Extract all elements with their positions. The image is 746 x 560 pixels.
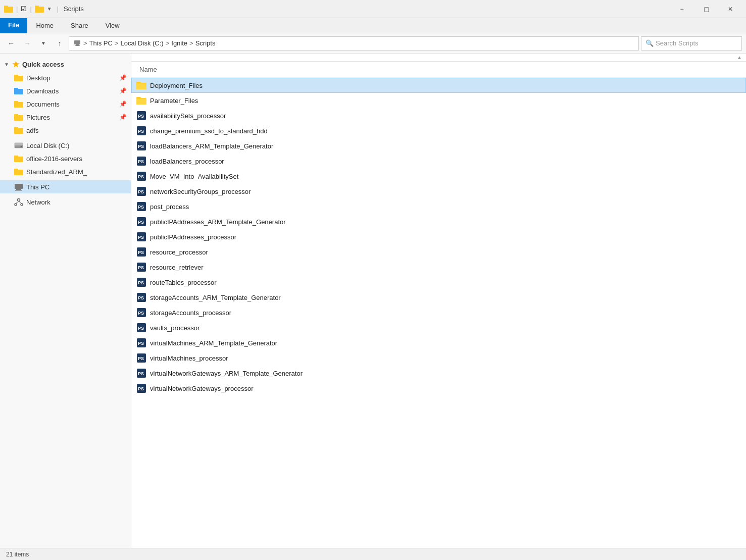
table-row[interactable]: PS storageAccounts_processor [131, 305, 746, 320]
table-row[interactable]: PS loadBalancers_ARM_Template_Generator [131, 138, 746, 154]
up-button[interactable]: ↑ [53, 36, 67, 50]
title-bar: | ☑ | ▼ | Scripts − ▢ ✕ [0, 0, 746, 18]
sidebar-item-desktop[interactable]: Desktop 📌 [0, 71, 131, 84]
maximize-button[interactable]: ▢ [694, 1, 718, 17]
tab-home[interactable]: Home [27, 18, 62, 33]
svg-rect-3 [35, 6, 39, 8]
office-folder-icon [14, 154, 23, 163]
minimize-button[interactable]: − [670, 1, 693, 17]
sidebar-item-pictures[interactable]: Pictures 📌 [0, 111, 131, 124]
downloads-folder-icon [14, 86, 23, 95]
table-row[interactable]: PS storageAccounts_ARM_Template_Generato… [131, 290, 746, 305]
sidebar-item-label-thispc: This PC [26, 183, 49, 191]
file-name: virtualNetworkGateways_ARM_Template_Gene… [150, 370, 303, 377]
svg-rect-1 [4, 6, 8, 8]
ps1-icon: PS [136, 156, 147, 167]
svg-text:PS: PS [138, 159, 144, 164]
close-button[interactable]: ✕ [719, 1, 742, 17]
svg-rect-37 [136, 98, 146, 105]
table-row[interactable]: PS resource_processor [131, 244, 746, 260]
sidebar-section-thispc: This PC [0, 180, 131, 193]
file-name: Parameter_Files [150, 97, 198, 105]
svg-text:PS: PS [138, 280, 144, 285]
table-row[interactable]: PS virtualMachines_processor [131, 350, 746, 366]
table-row[interactable]: PS virtualNetworkGateways_processor [131, 381, 746, 396]
file-name: virtualMachines_ARM_Template_Generator [150, 339, 277, 347]
quickaccess-label: Quick access [22, 61, 64, 68]
path-sep-2: > [115, 39, 119, 47]
table-row[interactable]: PS availabilitySets_processor [131, 108, 746, 123]
table-row[interactable]: PS virtualNetworkGateways_ARM_Template_G… [131, 366, 746, 381]
sidebar-item-network[interactable]: Network [0, 195, 131, 209]
table-row[interactable]: PS Move_VM_Into_AvailabilitySet [131, 169, 746, 184]
table-row[interactable]: Parameter_Files [131, 93, 746, 108]
titlebar-dropdown-icon[interactable]: ▼ [47, 6, 52, 12]
table-row[interactable]: PS publicIPAddresses_processor [131, 229, 746, 244]
tab-share[interactable]: Share [62, 18, 97, 33]
sidebar-item-localdisk[interactable]: Local Disk (C:) [0, 139, 131, 152]
back-button[interactable]: ← [4, 36, 18, 50]
tab-file[interactable]: File [0, 18, 27, 33]
file-name: change_premium_ssd_to_standard_hdd [150, 127, 268, 135]
sidebar-item-label-documents: Documents [26, 100, 60, 108]
svg-rect-12 [14, 101, 18, 103]
address-path[interactable]: > This PC > Local Disk (C:) > Ignite > S… [69, 36, 639, 50]
table-row[interactable]: PS publicIPAddresses_ARM_Template_Genera… [131, 214, 746, 229]
forward-button[interactable]: → [20, 36, 34, 50]
svg-rect-16 [14, 127, 18, 129]
sidebar-item-documents[interactable]: Documents 📌 [0, 97, 131, 111]
pin-icon-pictures: 📌 [119, 114, 127, 121]
svg-rect-14 [14, 114, 18, 116]
titlebar-divider-2: | [30, 5, 31, 13]
svg-line-30 [16, 201, 19, 204]
table-row[interactable]: PS routeTables_processor [131, 275, 746, 290]
svg-text:PS: PS [138, 326, 144, 331]
ps1-icon: PS [136, 110, 147, 121]
pin-icon-desktop: 📌 [119, 74, 127, 81]
desktop-folder-icon [14, 73, 23, 82]
pin-icon-downloads: 📌 [119, 87, 127, 94]
sidebar-item-label-desktop: Desktop [26, 74, 51, 82]
table-row[interactable]: PS change_premium_ssd_to_standard_hdd [131, 123, 746, 138]
ps1-icon: PS [136, 292, 147, 303]
table-row[interactable]: PS loadBalancers_processor [131, 154, 746, 169]
svg-text:PS: PS [138, 189, 144, 194]
table-row[interactable]: Deployment_Files [131, 78, 746, 93]
file-name: virtualMachines_processor [150, 354, 228, 362]
svg-text:PS: PS [138, 356, 144, 361]
table-row[interactable]: PS vaults_processor [131, 320, 746, 335]
path-ignite[interactable]: Ignite [171, 39, 187, 47]
ps1-icon: PS [136, 140, 147, 151]
tab-view[interactable]: View [97, 18, 128, 33]
sidebar-section-network: Network [0, 195, 131, 209]
sidebar-item-standardized[interactable]: Standardized_ARM_ [0, 165, 131, 178]
recent-locations-button[interactable]: ▼ [36, 36, 51, 50]
search-box[interactable]: 🔍 Search Scripts [641, 36, 742, 50]
table-row[interactable]: PS networkSecurityGroups_processor [131, 184, 746, 199]
sidebar-item-adfs[interactable]: adfs [0, 124, 131, 137]
ps1-icon: PS [136, 246, 147, 258]
ps1-icon: PS [136, 277, 147, 288]
sidebar-item-thispc[interactable]: This PC [0, 180, 131, 193]
svg-point-27 [18, 199, 20, 201]
path-localdisk[interactable]: Local Disk (C:) [120, 39, 163, 47]
svg-rect-4 [74, 40, 80, 44]
ps1-icon: PS [136, 201, 147, 212]
sidebar-item-office[interactable]: office-2016-servers [0, 152, 131, 165]
column-name[interactable]: Name [135, 64, 742, 75]
table-row[interactable]: PS resource_retriever [131, 260, 746, 275]
ps1-icon: PS [136, 383, 147, 394]
path-scripts[interactable]: Scripts [195, 39, 216, 47]
sidebar-item-downloads[interactable]: Downloads 📌 [0, 84, 131, 97]
file-name: loadBalancers_ARM_Template_Generator [150, 142, 273, 150]
ps1-icon: PS [136, 262, 147, 273]
table-row[interactable]: PS post_process [131, 199, 746, 214]
titlebar-divider-3: | [57, 5, 59, 13]
sidebar-header-quickaccess[interactable]: ▼ ★ Quick access [0, 58, 131, 71]
table-row[interactable]: PS virtualMachines_ARM_Template_Generato… [131, 335, 746, 350]
status-text: 21 items [6, 551, 29, 558]
chevron-down-icon: ▼ [4, 62, 9, 67]
ps1-icon: PS [136, 171, 147, 182]
path-thispc[interactable]: This PC [89, 39, 113, 47]
svg-text:PS: PS [138, 386, 144, 391]
